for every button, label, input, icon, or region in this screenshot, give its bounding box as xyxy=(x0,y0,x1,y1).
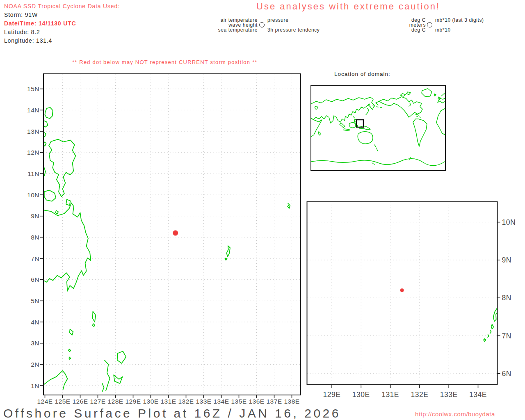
coastline xyxy=(49,139,75,197)
coastline xyxy=(490,330,491,333)
coastline-sumatra-java xyxy=(340,123,349,131)
legend-mb10-last3-label: mb*10 (last 3 digits) xyxy=(435,17,484,23)
offshore-surface-plot-page: { "data_header": { "line1": "NOAA SSD Tr… xyxy=(0,0,525,420)
coastline xyxy=(102,383,104,392)
lon-tick-label: 127E xyxy=(90,398,105,405)
lat-tick-label: 12N xyxy=(27,149,39,156)
lat-tick-label: 2N xyxy=(31,361,39,368)
lat-tick-label: 3N xyxy=(31,340,39,347)
world-domain-map xyxy=(310,85,446,171)
lon-tick-label: 133E xyxy=(196,398,211,405)
lat-tick-label: 7N xyxy=(31,255,39,262)
lon-tick-label: 126E xyxy=(72,398,88,405)
lon-tick-label: 134E xyxy=(469,390,487,399)
domain-map-title: Location of domain: xyxy=(334,71,390,77)
lon-tick-label: 135E xyxy=(231,398,247,405)
main-surface-map: 15N14N13N12N11N10N9N8N7N6N5N4N3N2N1N124E… xyxy=(24,71,309,408)
storm-datetime-label: Date/Time: 14/1130 UTC xyxy=(4,20,76,27)
coastline-group xyxy=(44,107,290,391)
lat-tick-label: 9N xyxy=(502,256,511,264)
storm-position-warning: ** Red dot below may NOT represent CURRE… xyxy=(72,59,258,65)
map-frame xyxy=(307,202,498,385)
lon-tick-label: 124E xyxy=(37,398,52,405)
lat-tick-label: 1N xyxy=(31,382,39,389)
coastline xyxy=(225,258,227,260)
coastline-caribbean xyxy=(415,114,420,117)
coastline xyxy=(493,308,498,321)
station-circle-icon xyxy=(427,22,432,27)
lat-tick-label: 9N xyxy=(31,212,39,219)
lon-tick-label: 125E xyxy=(55,398,70,405)
coastline xyxy=(66,199,70,205)
coastline-africa-west xyxy=(436,108,445,135)
storm-position-dot xyxy=(173,231,178,236)
legend-pressure-label: pressure xyxy=(267,17,289,23)
coastline xyxy=(117,351,126,363)
coastline-borneo xyxy=(349,122,356,128)
lat-tick-label: 6N xyxy=(31,276,39,283)
lat-tick-label: 11N xyxy=(27,170,39,177)
lon-tick-label: 132E xyxy=(411,390,428,399)
coastline xyxy=(484,339,486,341)
coastline xyxy=(44,190,56,201)
coastline-antarctica xyxy=(311,158,445,166)
lat-tick-label: 15N xyxy=(27,85,39,92)
lat-tick-label: 8N xyxy=(502,294,511,302)
coastline xyxy=(93,324,95,326)
coastline-europe xyxy=(438,94,445,103)
coastline-south-america xyxy=(413,119,427,146)
coastline xyxy=(68,349,71,352)
lat-tick-label: 7N xyxy=(502,332,511,340)
coastline xyxy=(44,371,68,390)
coastline-new-zealand xyxy=(374,145,378,151)
station-circle-icon xyxy=(259,22,265,27)
legend-mb10-label: mb*10 xyxy=(435,27,451,33)
lat-tick-label: 8N xyxy=(31,234,39,241)
lat-tick-label: 10N xyxy=(27,192,39,199)
plot-title: Offshore Surface Plot at 16Z / JAN 16, 2… xyxy=(3,406,341,420)
coastline xyxy=(491,324,494,329)
coastline xyxy=(69,357,71,359)
legend-degc-bottom-label: deg C xyxy=(411,27,426,33)
coastline xyxy=(105,360,110,391)
coastline xyxy=(70,329,73,336)
legend-pressure-tendency-label: 3h pressure tendency xyxy=(267,27,320,33)
data-source-title: NOAA SSD Tropical Cyclone Data Used: xyxy=(4,3,120,9)
coastline xyxy=(226,246,230,257)
world-map-frame xyxy=(311,85,445,171)
coastline xyxy=(44,167,46,176)
storm-id-label: Storm: 91W xyxy=(4,11,38,18)
lat-tick-label: 10N xyxy=(502,218,516,226)
lon-tick-label: 128E xyxy=(107,398,123,405)
coastline xyxy=(45,107,53,119)
coastline xyxy=(44,121,48,127)
storm-latitude-label: Latitude: 8.2 xyxy=(4,29,40,35)
source-url: http://coolwx.com/buoydata xyxy=(415,411,495,418)
storm-longitude-label: Longitude: 131.4 xyxy=(4,37,52,44)
lon-tick-label: 129E xyxy=(323,390,341,399)
coastline-taiwan xyxy=(353,116,354,118)
coastline-greenland xyxy=(422,89,436,97)
coastline xyxy=(44,142,46,146)
lon-tick-label: 134E xyxy=(213,398,229,405)
coastline xyxy=(288,203,290,208)
lon-tick-label: 132E xyxy=(178,398,194,405)
coastline-arctic-islands xyxy=(400,92,411,96)
coastline xyxy=(114,375,123,383)
lat-tick-label: 14N xyxy=(27,107,39,114)
caution-title: Use analyses with extreme caution! xyxy=(256,1,440,12)
lat-tick-label: 6N xyxy=(502,370,511,378)
lon-tick-label: 138E xyxy=(284,398,299,405)
lon-tick-label: 133E xyxy=(440,390,458,399)
lon-tick-label: 131E xyxy=(381,390,399,399)
lon-tick-label: 137E xyxy=(266,398,282,405)
lon-tick-label: 130E xyxy=(352,390,370,399)
coastline xyxy=(55,210,58,214)
storm-position-dot xyxy=(400,288,404,292)
lon-tick-label: 130E xyxy=(143,398,158,405)
lat-tick-label: 4N xyxy=(31,319,39,326)
world-coastlines xyxy=(311,89,445,166)
coastline-africa-east xyxy=(311,119,322,137)
lat-tick-label: 5N xyxy=(31,297,39,304)
lat-tick-label: 13N xyxy=(27,128,39,135)
